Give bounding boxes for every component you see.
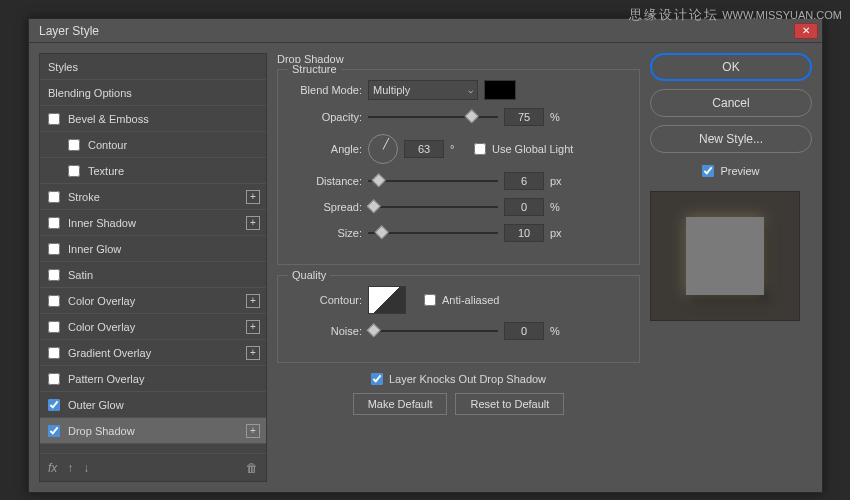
close-button[interactable]: ✕ [794,23,818,39]
ok-button[interactable]: OK [650,53,812,81]
preview-swatch [650,191,800,321]
anti-aliased-label: Anti-aliased [442,294,499,306]
use-global-light-checkbox[interactable] [474,143,486,155]
opacity-input[interactable]: 75 [504,108,544,126]
noise-unit: % [550,325,568,337]
stroke-checkbox[interactable] [48,191,60,203]
plus-icon[interactable]: + [246,320,260,334]
structure-legend: Structure [288,63,341,75]
gradient-overlay-checkbox[interactable] [48,347,60,359]
styles-header[interactable]: Styles [40,54,266,80]
noise-input[interactable]: 0 [504,322,544,340]
knockout-checkbox[interactable] [371,373,383,385]
size-label: Size: [290,227,362,239]
angle-input[interactable]: 63 [404,140,444,158]
opacity-unit: % [550,111,568,123]
angle-dial[interactable] [368,134,398,164]
preview-label: Preview [720,165,759,177]
color-overlay-row-2[interactable]: Color Overlay+ [40,314,266,340]
spread-label: Spread: [290,201,362,213]
layer-style-dialog: Layer Style ✕ Styles Blending Options Be… [28,18,823,493]
knockout-label: Layer Knocks Out Drop Shadow [389,373,546,385]
bevel-emboss-row[interactable]: Bevel & Emboss [40,106,266,132]
size-unit: px [550,227,568,239]
distance-unit: px [550,175,568,187]
arrow-down-icon[interactable]: ↓ [83,461,89,475]
preview-checkbox[interactable] [702,165,714,177]
size-slider[interactable] [368,226,498,240]
use-global-light-label: Use Global Light [492,143,573,155]
color-overlay-row-1[interactable]: Color Overlay+ [40,288,266,314]
inner-glow-checkbox[interactable] [48,243,60,255]
inner-glow-row[interactable]: Inner Glow [40,236,266,262]
color-overlay-checkbox[interactable] [48,295,60,307]
blend-mode-label: Blend Mode: [290,84,362,96]
contour-checkbox[interactable] [68,139,80,151]
color-overlay-checkbox[interactable] [48,321,60,333]
watermark: 思缘设计论坛 WWW.MISSYUAN.COM [629,6,842,24]
anti-aliased-checkbox[interactable] [424,294,436,306]
styles-footer: fx ↑ ↓ 🗑 [40,453,266,481]
gradient-overlay-row[interactable]: Gradient Overlay+ [40,340,266,366]
pattern-overlay-row[interactable]: Pattern Overlay [40,366,266,392]
noise-label: Noise: [290,325,362,337]
satin-row[interactable]: Satin [40,262,266,288]
inner-shadow-checkbox[interactable] [48,217,60,229]
stroke-row[interactable]: Stroke+ [40,184,266,210]
spread-slider[interactable] [368,200,498,214]
angle-label: Angle: [290,143,362,155]
spread-input[interactable]: 0 [504,198,544,216]
right-button-panel: OK Cancel New Style... Preview [650,53,812,482]
opacity-label: Opacity: [290,111,362,123]
plus-icon[interactable]: + [246,294,260,308]
blend-mode-select[interactable]: Multiply [368,80,478,100]
new-style-button[interactable]: New Style... [650,125,812,153]
preview-thumbnail [686,217,764,295]
opacity-slider[interactable] [368,110,498,124]
plus-icon[interactable]: + [246,190,260,204]
satin-checkbox[interactable] [48,269,60,281]
distance-label: Distance: [290,175,362,187]
texture-checkbox[interactable] [68,165,80,177]
quality-legend: Quality [288,269,330,281]
pattern-overlay-checkbox[interactable] [48,373,60,385]
cancel-button[interactable]: Cancel [650,89,812,117]
quality-fieldset: Quality Contour: Anti-aliased Noise: 0 % [277,275,640,363]
settings-panel: Drop Shadow Structure Blend Mode: Multip… [277,53,640,482]
trash-icon[interactable]: 🗑 [246,461,258,475]
drop-shadow-row[interactable]: Drop Shadow+ [40,418,266,444]
noise-slider[interactable] [368,324,498,338]
distance-slider[interactable] [368,174,498,188]
bevel-checkbox[interactable] [48,113,60,125]
contour-picker[interactable] [368,286,406,314]
inner-shadow-row[interactable]: Inner Shadow+ [40,210,266,236]
outer-glow-checkbox[interactable] [48,399,60,411]
distance-input[interactable]: 6 [504,172,544,190]
reset-default-button[interactable]: Reset to Default [455,393,564,415]
spread-unit: % [550,201,568,213]
shadow-color-swatch[interactable] [484,80,516,100]
dialog-title: Layer Style [33,24,794,38]
plus-icon[interactable]: + [246,346,260,360]
texture-row[interactable]: Texture [40,158,266,184]
plus-icon[interactable]: + [246,216,260,230]
plus-icon[interactable]: + [246,424,260,438]
fx-icon[interactable]: fx [48,461,57,475]
arrow-up-icon[interactable]: ↑ [67,461,73,475]
blending-options-row[interactable]: Blending Options [40,80,266,106]
size-input[interactable]: 10 [504,224,544,242]
outer-glow-row[interactable]: Outer Glow [40,392,266,418]
contour-row[interactable]: Contour [40,132,266,158]
angle-unit: ° [450,143,468,155]
drop-shadow-checkbox[interactable] [48,425,60,437]
structure-fieldset: Structure Blend Mode: Multiply Opacity: … [277,69,640,265]
styles-list-panel: Styles Blending Options Bevel & Emboss C… [39,53,267,482]
contour-label: Contour: [290,294,362,306]
make-default-button[interactable]: Make Default [353,393,448,415]
